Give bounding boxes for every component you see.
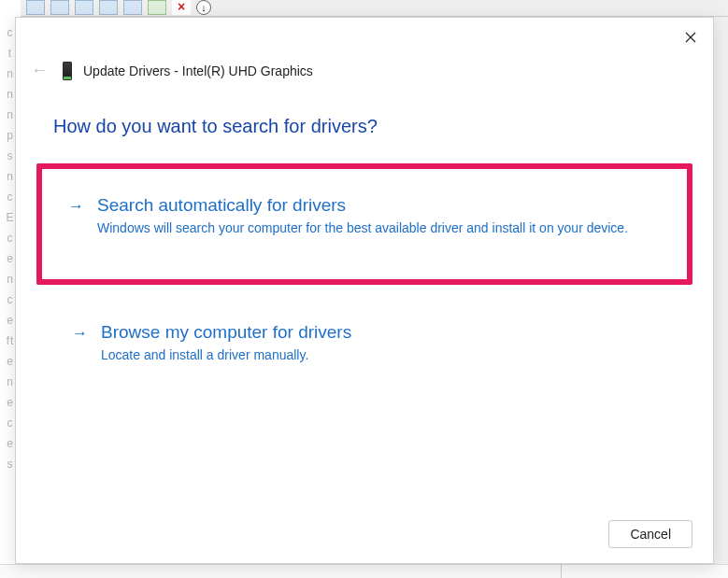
- toolbar-icon: [50, 0, 69, 15]
- dialog-title: Update Drivers - Intel(R) UHD Graphics: [83, 63, 313, 78]
- dialog-footer: Cancel: [608, 520, 692, 548]
- toolbar-down-icon: ↓: [196, 0, 211, 15]
- option-description: Windows will search your computer for th…: [97, 219, 661, 238]
- option-search-automatically[interactable]: → Search automatically for drivers Windo…: [36, 163, 692, 285]
- arrow-right-icon: →: [72, 322, 88, 345]
- cancel-button[interactable]: Cancel: [608, 520, 692, 548]
- toolbar-icon: [99, 0, 118, 15]
- update-drivers-dialog: ← Update Drivers - Intel(R) UHD Graphics…: [15, 17, 714, 564]
- option-browse-computer[interactable]: → Browse my computer for drivers Locate …: [53, 307, 676, 384]
- background-toolbar: × ↓: [0, 0, 728, 17]
- toolbar-icon: [75, 0, 93, 15]
- toolbar-delete-icon: ×: [172, 0, 191, 15]
- toolbar-icon: [123, 0, 142, 15]
- toolbar-icon: [26, 0, 45, 15]
- arrow-right-icon: →: [68, 195, 84, 218]
- option-title: Browse my computer for drivers: [101, 322, 657, 343]
- dialog-header: ← Update Drivers - Intel(R) UHD Graphics: [16, 18, 713, 80]
- background-bottom-strip: [0, 564, 728, 578]
- close-button[interactable]: [678, 25, 704, 51]
- close-icon: [685, 32, 696, 43]
- option-title: Search automatically for drivers: [97, 195, 661, 216]
- back-arrow-icon: ←: [27, 61, 51, 80]
- toolbar-icon: [148, 0, 166, 15]
- device-icon: [63, 62, 72, 80]
- option-description: Locate and install a driver manually.: [101, 346, 657, 365]
- dialog-heading: How do you want to search for drivers?: [16, 80, 713, 163]
- options-container: → Search automatically for drivers Windo…: [16, 163, 713, 383]
